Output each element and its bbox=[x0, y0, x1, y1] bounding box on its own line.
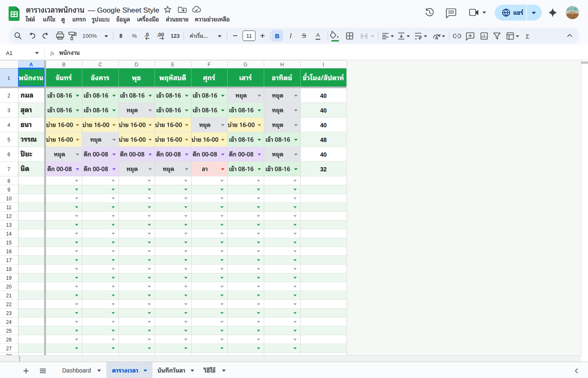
svg-text:Dashboard: Dashboard bbox=[62, 367, 91, 374]
svg-text:— Google Sheet Style: — Google Sheet Style bbox=[88, 6, 159, 14]
svg-text:100%: 100% bbox=[82, 33, 97, 39]
svg-text:13: 13 bbox=[6, 222, 12, 228]
svg-text:11: 11 bbox=[246, 33, 252, 39]
svg-text:40: 40 bbox=[320, 151, 327, 158]
svg-text:20: 20 bbox=[6, 284, 12, 290]
svg-text:40: 40 bbox=[320, 107, 327, 114]
svg-text:32: 32 bbox=[320, 166, 327, 173]
svg-text:25: 25 bbox=[6, 328, 12, 334]
svg-text:F: F bbox=[207, 62, 210, 68]
svg-text:I: I bbox=[323, 62, 324, 68]
svg-text:40: 40 bbox=[320, 122, 327, 129]
svg-text:I: I bbox=[290, 32, 292, 39]
svg-text:12: 12 bbox=[6, 213, 12, 219]
svg-text:fx: fx bbox=[50, 50, 55, 56]
svg-text:A1: A1 bbox=[6, 50, 13, 56]
svg-text:5: 5 bbox=[8, 137, 10, 143]
svg-text:9: 9 bbox=[8, 187, 10, 193]
svg-text:7: 7 bbox=[8, 166, 10, 172]
svg-text:23: 23 bbox=[6, 310, 12, 316]
svg-text:15: 15 bbox=[6, 240, 12, 246]
svg-text:B: B bbox=[62, 62, 66, 68]
svg-text:24: 24 bbox=[6, 319, 12, 325]
svg-text:3: 3 bbox=[8, 108, 10, 113]
svg-text:14: 14 bbox=[6, 231, 12, 237]
svg-text:2: 2 bbox=[8, 93, 10, 99]
svg-text:22: 22 bbox=[6, 302, 12, 307]
svg-text:123: 123 bbox=[171, 33, 180, 39]
svg-text:A: A bbox=[435, 35, 438, 40]
svg-text:A: A bbox=[29, 62, 33, 68]
svg-text:48: 48 bbox=[320, 136, 327, 143]
svg-text:H: H bbox=[280, 62, 284, 68]
svg-text:E: E bbox=[171, 62, 174, 68]
svg-text:.00: .00 bbox=[157, 32, 164, 38]
svg-text:40: 40 bbox=[320, 92, 327, 99]
svg-text:6: 6 bbox=[8, 152, 10, 158]
svg-text:27: 27 bbox=[6, 346, 12, 352]
svg-text:17: 17 bbox=[6, 257, 12, 263]
svg-text:G: G bbox=[244, 62, 247, 68]
svg-text:D: D bbox=[135, 62, 139, 68]
svg-text:A: A bbox=[316, 32, 320, 38]
svg-text:C: C bbox=[98, 62, 102, 68]
svg-text:8: 8 bbox=[8, 178, 10, 184]
svg-text:B: B bbox=[275, 33, 279, 39]
svg-text:1: 1 bbox=[8, 76, 10, 81]
svg-text:26: 26 bbox=[6, 337, 12, 343]
svg-text:19: 19 bbox=[6, 275, 12, 281]
svg-text:.0: .0 bbox=[144, 32, 149, 38]
svg-text:16: 16 bbox=[6, 249, 12, 255]
svg-text:18: 18 bbox=[6, 266, 12, 272]
svg-text:10: 10 bbox=[6, 196, 12, 202]
svg-text:21: 21 bbox=[6, 293, 12, 299]
svg-text:Σ: Σ bbox=[525, 33, 530, 40]
svg-text:11: 11 bbox=[6, 205, 12, 210]
svg-text:%: % bbox=[132, 33, 137, 39]
svg-text:4: 4 bbox=[8, 122, 10, 128]
